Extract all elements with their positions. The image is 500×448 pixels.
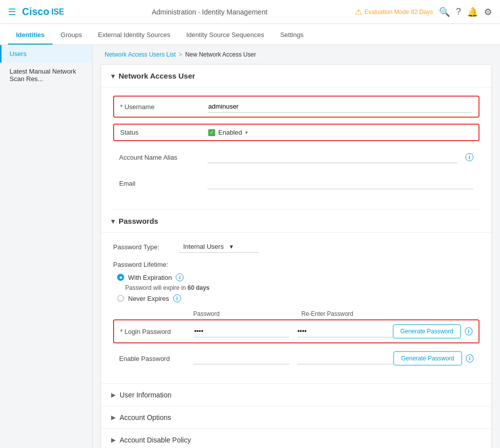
sidebar-item-users[interactable]: Users (0, 45, 92, 63)
expire-days: 60 days (188, 284, 210, 291)
status-dropdown[interactable]: ✓ Enabled ▾ (208, 129, 472, 136)
with-expiration-info-icon[interactable]: i (176, 273, 184, 281)
user-information-expand-icon: ▶ (111, 391, 116, 398)
account-name-alias-input[interactable] (207, 151, 457, 163)
network-access-user-body: * Username Status ✓ Enabled ▾ (101, 88, 491, 209)
never-expires-info-icon[interactable]: i (173, 294, 181, 302)
enable-password-re-input-wrap (297, 352, 393, 364)
tab-external-identity-sources[interactable]: External Identity Sources (90, 26, 179, 45)
login-password-row: * Login Password Generate Password i (113, 319, 479, 343)
login-password-re-input[interactable] (297, 325, 392, 337)
cisco-brand: Cisco (22, 6, 49, 18)
password-type-chevron-icon: ▾ (230, 243, 233, 250)
never-expires-radio[interactable] (117, 295, 124, 302)
form-card: ▾ Network Access User * Username Status (101, 64, 492, 448)
login-password-input-wrap (194, 325, 289, 337)
status-chevron-icon: ▾ (245, 130, 248, 135)
username-input[interactable] (208, 101, 472, 113)
account-options-expand-icon: ▶ (111, 414, 116, 421)
user-information-section: ▶ User Information (101, 383, 491, 406)
account-disable-policy-header[interactable]: ▶ Account Disable Policy (101, 429, 491, 448)
main-layout: Users Latest Manual Network Scan Res... … (0, 45, 500, 448)
page-title: Administration · Identity Management (64, 8, 355, 16)
network-access-user-title: Network Access User (119, 72, 195, 80)
passwords-section: ▾ Passwords Password Type: Internal User… (101, 210, 491, 383)
login-password-input[interactable] (194, 325, 289, 337)
login-password-re-input-wrap (297, 325, 392, 337)
generate-enable-password-button[interactable]: Generate Password (393, 351, 461, 365)
user-information-header[interactable]: ▶ User Information (101, 384, 491, 406)
username-value (208, 101, 472, 113)
password-type-label: Password Type: (113, 243, 173, 251)
with-expiration-label: With Expiration (128, 274, 172, 281)
email-row: Email (113, 173, 479, 193)
username-row: * Username (113, 96, 479, 118)
settings-icon[interactable]: ⚙ (484, 7, 492, 18)
tab-identity-source-sequences[interactable]: Identity Source Sequences (178, 26, 272, 45)
tab-nav: Identities Groups External Identity Sour… (0, 24, 500, 45)
re-enter-col-header: Re-Enter Password (301, 310, 401, 317)
search-icon[interactable]: 🔍 (439, 7, 450, 18)
breadcrumb-link[interactable]: Network Access Users List (105, 51, 176, 58)
generate-login-password-button[interactable]: Generate Password (393, 324, 461, 338)
password-type-row: Password Type: Internal Users ▾ (113, 241, 479, 253)
account-name-alias-row: Account Name Alias i (113, 147, 479, 167)
passwords-collapse-icon: ▾ (111, 217, 115, 225)
hamburger-icon[interactable]: ☰ (8, 7, 16, 18)
tab-identities[interactable]: Identities (8, 26, 53, 45)
enable-password-re-input[interactable] (297, 352, 393, 364)
sidebar-item-latest-manual[interactable]: Latest Manual Network Scan Res... (0, 63, 92, 88)
passwords-title: Passwords (119, 217, 158, 225)
account-options-header[interactable]: ▶ Account Options (101, 406, 491, 428)
network-access-user-header[interactable]: ▾ Network Access User (101, 65, 491, 88)
enable-password-info-icon[interactable]: i (466, 354, 473, 362)
collapse-icon: ▾ (111, 72, 115, 80)
account-disable-policy-label: Account Disable Policy (120, 436, 191, 444)
password-type-value: Internal Users (183, 243, 224, 250)
never-expires-label: Never Expires (128, 295, 169, 302)
login-password-label: * Login Password (120, 328, 194, 335)
login-password-info-icon[interactable]: i (465, 327, 472, 335)
breadcrumb: Network Access Users List > New Network … (93, 45, 500, 64)
product-name: ISE (51, 8, 64, 17)
notifications-icon[interactable]: 🔔 (467, 7, 478, 18)
status-label: Status (120, 129, 200, 136)
expire-note-prefix: Password will expire in (125, 284, 188, 291)
sidebar: Users Latest Manual Network Scan Res... (0, 45, 93, 448)
status-checkbox: ✓ (208, 129, 215, 136)
enable-password-input[interactable] (193, 352, 289, 364)
login-password-label-text: * Login Password (120, 328, 171, 335)
passwords-body: Password Type: Internal Users ▾ Password… (101, 233, 491, 383)
account-options-label: Account Options (120, 413, 171, 421)
status-field: ✓ Enabled ▾ (208, 129, 472, 136)
enable-password-row: Enable Password Generate Password i (113, 347, 479, 369)
help-icon[interactable]: ? (456, 7, 461, 17)
network-access-user-section: ▾ Network Access User * Username Status (101, 65, 491, 209)
account-disable-policy-section: ▶ Account Disable Policy (101, 428, 491, 448)
password-col-header: Password (193, 310, 293, 317)
never-expires-row: Never Expires i (117, 294, 479, 302)
account-alias-info-icon[interactable]: i (465, 153, 473, 161)
password-type-select[interactable]: Internal Users ▾ (179, 241, 259, 253)
user-information-label: User Information (120, 391, 171, 399)
warning-icon: ⚠ (355, 7, 362, 17)
tab-settings[interactable]: Settings (272, 26, 312, 45)
username-label: * Username (120, 103, 200, 111)
tab-groups[interactable]: Groups (53, 26, 90, 45)
enable-password-input-wrap (193, 352, 289, 364)
with-expiration-radio[interactable] (117, 274, 124, 281)
account-name-alias-label: Account Name Alias (119, 154, 199, 161)
status-row: Status ✓ Enabled ▾ (113, 124, 479, 141)
enable-password-label: Enable Password (119, 355, 193, 362)
status-text: Enabled (218, 129, 242, 136)
pw-col-headers: Password Re-Enter Password (193, 310, 479, 317)
with-expiration-row: With Expiration i (117, 273, 479, 281)
breadcrumb-current: New Network Access User (185, 51, 256, 58)
account-disable-policy-expand-icon: ▶ (111, 436, 116, 443)
eval-text: Evaluation Mode 82 Days (364, 9, 433, 16)
email-input[interactable] (207, 177, 473, 189)
account-options-section: ▶ Account Options (101, 406, 491, 428)
account-name-alias-field (207, 151, 457, 163)
breadcrumb-separator: > (179, 51, 182, 58)
passwords-header[interactable]: ▾ Passwords (101, 210, 491, 233)
